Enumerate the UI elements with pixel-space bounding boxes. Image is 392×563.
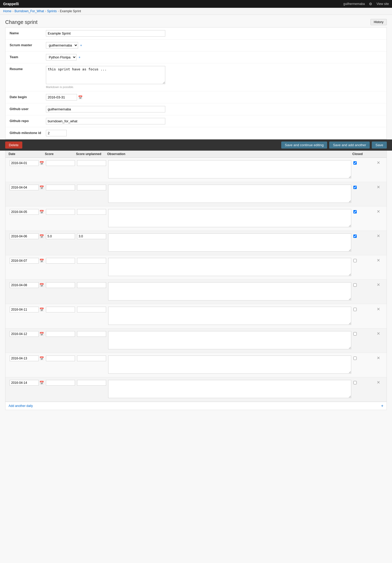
inline-score-unplanned-input[interactable] [77, 356, 106, 361]
inline-score-unplanned-input[interactable] [77, 258, 106, 264]
date-begin-input[interactable] [46, 94, 77, 100]
inline-delete-cell[interactable]: ✕ [373, 160, 383, 166]
inline-closed-checkbox[interactable] [353, 234, 357, 238]
scrum-master-label: Scrum master [10, 42, 46, 47]
inline-score-input[interactable] [46, 185, 75, 190]
inline-observation-textarea[interactable] [108, 307, 351, 325]
inline-date-input[interactable] [10, 307, 39, 312]
table-row: 📅 ✕ [5, 158, 387, 182]
inline-closed-checkbox[interactable] [353, 210, 357, 213]
inline-score-unplanned-input[interactable] [77, 331, 106, 337]
inline-closed-checkbox[interactable] [353, 357, 357, 360]
inline-delete-cell[interactable]: ✕ [373, 282, 383, 288]
inline-closed-checkbox[interactable] [353, 186, 357, 189]
inline-date-input[interactable] [10, 233, 39, 239]
inline-observation-textarea[interactable] [108, 185, 351, 203]
github-user-input[interactable] [46, 106, 165, 112]
inline-date-input[interactable] [10, 185, 39, 190]
inline-score-unplanned-input[interactable] [77, 185, 106, 190]
inline-observation-textarea[interactable] [108, 331, 351, 349]
inline-date-input[interactable] [10, 331, 39, 337]
save-add-button[interactable]: Save and add another [329, 142, 370, 149]
inline-date-input[interactable] [10, 209, 39, 215]
inline-calendar-icon[interactable]: 📅 [39, 307, 44, 312]
inline-closed-checkbox[interactable] [353, 308, 357, 311]
scrum-master-input-wrapper: guilhermemaba + [46, 42, 382, 49]
inline-score-input[interactable] [46, 233, 75, 239]
inline-calendar-icon[interactable]: 📅 [39, 259, 44, 263]
breadcrumb-sprints[interactable]: Sprints [47, 9, 57, 13]
user-link[interactable]: guilhermemaba [343, 2, 365, 6]
inline-observation-textarea[interactable] [108, 282, 351, 300]
inline-score-unplanned-input[interactable] [77, 209, 106, 215]
inline-delete-cell[interactable]: ✕ [373, 233, 383, 239]
name-input[interactable] [46, 30, 165, 37]
inline-delete-cell[interactable]: ✕ [373, 379, 383, 385]
inline-closed-checkbox[interactable] [353, 259, 357, 262]
inline-score-input[interactable] [46, 380, 75, 386]
inline-score-input[interactable] [46, 209, 75, 215]
inline-delete-cell[interactable]: ✕ [373, 306, 383, 312]
inline-closed-checkbox[interactable] [353, 332, 357, 336]
inline-calendar-icon[interactable]: 📅 [39, 381, 44, 385]
add-another-daily-plus[interactable]: + [381, 404, 383, 408]
inline-date-input[interactable] [10, 160, 39, 166]
inline-observation-textarea[interactable] [108, 380, 351, 398]
inline-delete-cell[interactable]: ✕ [373, 355, 383, 361]
inline-date-input[interactable] [10, 258, 39, 264]
inline-closed-checkbox[interactable] [353, 161, 357, 165]
inline-score-input[interactable] [46, 258, 75, 264]
breadcrumb-burndown[interactable]: Burndown_For_What [15, 9, 44, 13]
scrum-master-add-link[interactable]: + [80, 43, 82, 47]
resume-textarea[interactable] [46, 66, 165, 84]
inline-calendar-icon[interactable]: 📅 [39, 161, 44, 165]
inline-calendar-icon[interactable]: 📅 [39, 210, 44, 214]
inline-score-input[interactable] [46, 307, 75, 312]
inline-observation-textarea[interactable] [108, 258, 351, 276]
save-button[interactable]: Save [372, 142, 387, 149]
inline-score-input[interactable] [46, 356, 75, 361]
inline-score-input[interactable] [46, 160, 75, 166]
inline-observation-textarea[interactable] [108, 356, 351, 374]
save-continue-button[interactable]: Save and continue editing [281, 142, 327, 149]
inline-delete-cell[interactable]: ✕ [373, 257, 383, 263]
inline-date-input[interactable] [10, 356, 39, 361]
inline-date-input[interactable] [10, 282, 39, 288]
inline-score-input[interactable] [46, 331, 75, 337]
view-site-link[interactable]: View site [376, 2, 389, 6]
inline-delete-cell[interactable]: ✕ [373, 331, 383, 337]
inline-score-unplanned-input[interactable] [77, 160, 106, 166]
inline-closed-checkbox[interactable] [353, 381, 357, 384]
inline-delete-cell[interactable]: ✕ [373, 209, 383, 215]
history-button[interactable]: History [370, 19, 387, 25]
inline-score-cell [45, 233, 76, 240]
inline-score-unplanned-input[interactable] [77, 307, 106, 312]
scrum-master-select[interactable]: guilhermemaba [46, 42, 78, 49]
github-repo-input[interactable] [46, 118, 165, 124]
delete-button[interactable]: Delete [5, 142, 22, 149]
add-another-daily-link[interactable]: Add another daily [9, 404, 33, 408]
inline-score-unplanned-input[interactable] [77, 233, 106, 239]
inline-observation-cell [107, 184, 352, 204]
inline-closed-cell [352, 331, 373, 337]
inline-calendar-icon[interactable]: 📅 [39, 283, 44, 287]
github-milestone-input[interactable] [46, 130, 67, 136]
inline-score-unplanned-input[interactable] [77, 282, 106, 288]
inline-observation-textarea[interactable] [108, 160, 351, 178]
inline-calendar-icon[interactable]: 📅 [39, 332, 44, 336]
table-row: 📅 ✕ [5, 280, 387, 304]
inline-calendar-icon[interactable]: 📅 [39, 234, 44, 238]
team-add-link[interactable]: + [79, 55, 81, 59]
inline-score-input[interactable] [46, 282, 75, 288]
date-begin-calendar-icon[interactable]: 📅 [78, 95, 82, 99]
inline-closed-checkbox[interactable] [353, 283, 357, 287]
inline-delete-cell[interactable]: ✕ [373, 184, 383, 190]
inline-observation-textarea[interactable] [108, 209, 351, 227]
inline-observation-textarea[interactable] [108, 233, 351, 252]
inline-calendar-icon[interactable]: 📅 [39, 356, 44, 360]
team-select[interactable]: Python Floripa [46, 54, 77, 61]
breadcrumb-home[interactable]: Home [3, 9, 11, 13]
inline-score-unplanned-input[interactable] [77, 380, 106, 386]
inline-calendar-icon[interactable]: 📅 [39, 185, 44, 190]
inline-date-input[interactable] [10, 380, 39, 386]
